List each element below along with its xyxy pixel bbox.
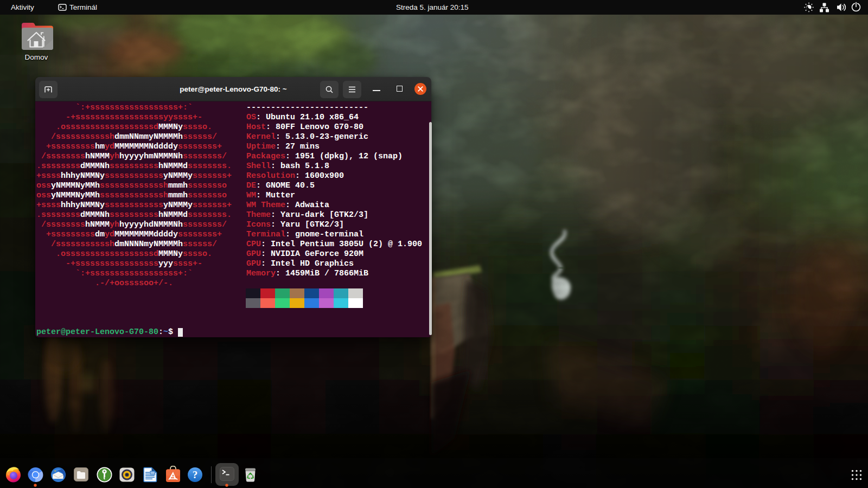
svg-text:?: ? <box>193 469 198 480</box>
